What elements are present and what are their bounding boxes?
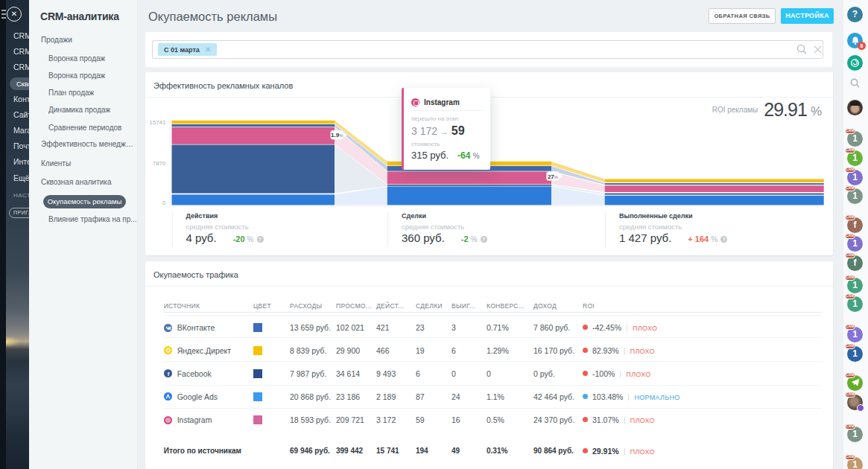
svg-text:0: 0: [162, 200, 166, 206]
svg-text:7870: 7870: [153, 160, 166, 167]
svg-text:15741: 15741: [149, 119, 166, 126]
svg-text:27%: 27%: [548, 173, 559, 180]
svg-text:1.9%: 1.9%: [331, 132, 343, 138]
